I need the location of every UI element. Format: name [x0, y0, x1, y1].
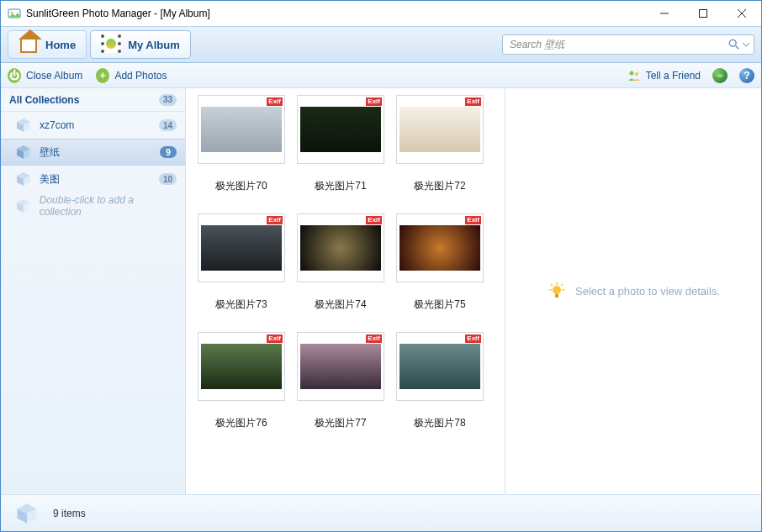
power-icon: ⏻: [8, 69, 21, 82]
thumbnail-image: [201, 225, 282, 271]
help-icon[interactable]: ?: [739, 68, 754, 83]
status-text: 9 items: [53, 508, 86, 519]
thumbnail-image: [400, 225, 480, 271]
window-minimize-button[interactable]: [645, 1, 684, 26]
thumbnail-image: [201, 107, 282, 152]
body: All Collections 33 xz7com14壁纸9美图10 Doubl…: [1, 88, 761, 494]
sidebar-total-count: 33: [159, 94, 177, 106]
cube-icon: [16, 118, 31, 133]
thumbnail-frame: Exif: [396, 95, 484, 164]
svg-rect-7: [555, 294, 558, 298]
thumbnail-image: [201, 344, 282, 389]
thumbnail-item[interactable]: Exif极光图片70: [196, 95, 287, 193]
sidebar-header[interactable]: All Collections 33: [1, 88, 185, 112]
content-area: Exif极光图片70Exif极光图片71Exif极光图片72Exif极光图片73…: [186, 88, 761, 494]
home-icon: [19, 34, 39, 55]
nav-my-album[interactable]: My Album: [90, 30, 191, 59]
thumbnail-frame: Exif: [198, 213, 285, 282]
thumbnail-label: 极光图片73: [215, 298, 267, 312]
svg-point-4: [629, 71, 633, 75]
search-box[interactable]: [502, 34, 754, 55]
sidebar-item-2[interactable]: 美图10: [1, 166, 185, 192]
svg-point-5: [635, 72, 638, 76]
thumbnail-frame: Exif: [396, 213, 484, 282]
exif-badge: Exif: [366, 334, 382, 343]
exif-badge: Exif: [366, 216, 382, 224]
nav-home-label: Home: [45, 39, 76, 51]
thumbnail-image: [300, 107, 381, 152]
svg-point-6: [553, 286, 561, 294]
thumbnail-image: [300, 225, 381, 271]
thumbnail-item[interactable]: Exif极光图片76: [196, 332, 287, 430]
cube-icon: [16, 145, 31, 160]
sidebar-item-count: 9: [160, 146, 177, 158]
thumbnail-label: 极光图片78: [414, 416, 465, 430]
thumbnail-image: [400, 344, 480, 389]
nav-home[interactable]: Home: [8, 30, 87, 59]
cube-icon: [16, 171, 31, 187]
nav-album-label: My Album: [128, 39, 180, 51]
toolbar: ⏻ Close Album + Add Photos Tell a Friend…: [1, 63, 761, 88]
exif-badge: Exif: [267, 216, 283, 224]
thumbnail-item[interactable]: Exif极光图片74: [295, 213, 386, 312]
svg-point-1: [11, 12, 13, 14]
album-icon: [101, 34, 121, 55]
app-window: SunlitGreen Photo Manager - [My Album] H…: [0, 0, 762, 532]
search-icon[interactable]: [728, 39, 740, 50]
add-photos-label: Add Photos: [114, 70, 167, 82]
app-icon: [8, 7, 21, 20]
thumbnail-frame: Exif: [396, 332, 484, 401]
cube-icon: [16, 198, 31, 213]
exif-badge: Exif: [366, 97, 382, 106]
sidebar-add-hint: Double-click to add a collection: [40, 194, 177, 218]
thumbnail-frame: Exif: [198, 95, 285, 164]
thumbnail-label: 极光图片75: [414, 298, 465, 312]
exif-badge: Exif: [465, 334, 481, 343]
thumbnail-item[interactable]: Exif极光图片73: [196, 213, 287, 312]
detail-empty-text: Select a photo to view details.: [575, 285, 720, 298]
close-album-button[interactable]: ⏻ Close Album: [8, 69, 82, 82]
tell-a-friend-button[interactable]: Tell a Friend: [627, 69, 701, 82]
people-icon: [627, 69, 641, 82]
window-close-button[interactable]: [722, 1, 761, 26]
thumbnail-frame: Exif: [297, 95, 384, 164]
nav-row: Home My Album: [1, 26, 761, 63]
svg-rect-2: [700, 10, 707, 18]
thumbnail-frame: Exif: [297, 332, 384, 401]
exif-badge: Exif: [465, 216, 481, 224]
thumbnail-label: 极光图片70: [215, 179, 267, 193]
globe-icon[interactable]: [712, 68, 728, 83]
thumbnail-label: 极光图片72: [414, 179, 465, 193]
titlebar: SunlitGreen Photo Manager - [My Album]: [1, 1, 761, 26]
tell-a-friend-label: Tell a Friend: [646, 70, 701, 82]
cube-icon: [16, 503, 38, 524]
window-maximize-button[interactable]: [684, 1, 722, 26]
plus-icon: +: [96, 69, 109, 82]
sidebar-item-count: 14: [159, 119, 177, 131]
exif-badge: Exif: [465, 97, 481, 106]
thumbnail-pane[interactable]: Exif极光图片70Exif极光图片71Exif极光图片72Exif极光图片73…: [186, 88, 505, 494]
thumbnail-item[interactable]: Exif极光图片78: [394, 332, 485, 430]
thumbnail-item[interactable]: Exif极光图片71: [295, 95, 386, 193]
thumbnail-image: [400, 107, 480, 152]
exif-badge: Exif: [267, 97, 283, 106]
sidebar-header-label: All Collections: [9, 94, 79, 106]
add-photos-button[interactable]: + Add Photos: [96, 69, 167, 82]
thumbnail-label: 极光图片76: [215, 416, 267, 430]
sidebar-item-1[interactable]: 壁纸9: [1, 139, 185, 166]
search-input[interactable]: [510, 39, 728, 50]
thumbnail-item[interactable]: Exif极光图片72: [394, 95, 485, 193]
thumbnail-frame: Exif: [198, 332, 285, 401]
sidebar-add-collection[interactable]: Double-click to add a collection: [1, 192, 185, 219]
sidebar-item-label: xz7com: [40, 119, 151, 131]
sidebar-item-count: 10: [159, 173, 177, 185]
chevron-down-icon[interactable]: [742, 40, 750, 49]
sidebar-item-label: 壁纸: [40, 145, 151, 160]
thumbnail-item[interactable]: Exif极光图片77: [295, 332, 386, 430]
thumbnail-item[interactable]: Exif极光图片75: [394, 213, 485, 312]
search-wrap: [502, 30, 754, 59]
sidebar-item-0[interactable]: xz7com14: [1, 112, 185, 139]
lightbulb-icon: [547, 282, 567, 302]
sidebar-item-label: 美图: [40, 172, 151, 187]
thumbnail-image: [300, 344, 381, 389]
